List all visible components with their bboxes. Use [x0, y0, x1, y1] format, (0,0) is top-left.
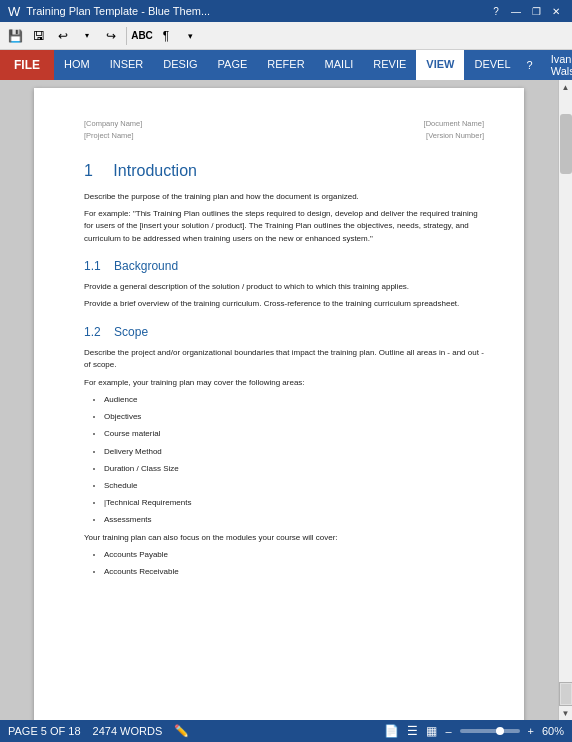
scope-bullets: Audience Objectives Course material Deli…	[104, 394, 484, 526]
section1-1-para1: Provide a general description of the sol…	[84, 281, 484, 293]
vertical-scrollbar[interactable]: ▲ ▼	[558, 80, 572, 720]
zoom-level: 60%	[542, 725, 564, 737]
modules-bullets: Accounts Payable Accounts Receivable	[104, 549, 484, 577]
ribbon-help-icon[interactable]: ?	[521, 59, 539, 71]
page-count: PAGE 5 OF 18	[8, 725, 81, 737]
bullet-course: Course material	[104, 428, 484, 439]
section1-2-para2: For example, your training plan may cove…	[84, 377, 484, 389]
file-tab[interactable]: FILE	[0, 50, 54, 80]
title-text: Training Plan Template - Blue Them...	[26, 5, 210, 17]
bullet-delivery: Delivery Method	[104, 446, 484, 457]
bullet-accounts-payable: Accounts Payable	[104, 549, 484, 560]
section1-1-heading: 1.1 Background	[84, 257, 484, 275]
title-bar: W Training Plan Template - Blue Them... …	[0, 0, 572, 22]
bullet-objectives: Objectives	[104, 411, 484, 422]
bullet-accounts-receivable: Accounts Receivable	[104, 566, 484, 577]
section1-1-para2: Provide a brief overview of the training…	[84, 298, 484, 310]
document-name: [Document Name]	[424, 118, 484, 129]
status-bar: PAGE 5 OF 18 2474 WORDS ✏️ 📄 ☰ ▦ – + 60%	[0, 720, 572, 742]
customize-icon[interactable]: ▾	[179, 25, 201, 47]
page-header-left: [Company Name] [Project Name]	[84, 118, 142, 143]
tab-home[interactable]: HOM	[54, 50, 100, 80]
save-icon[interactable]: 💾	[4, 25, 26, 47]
section1-2-number: 1.2	[84, 325, 101, 339]
toolbar-separator	[126, 27, 127, 45]
section1-title: Introduction	[113, 162, 197, 179]
zoom-in-icon[interactable]: +	[528, 725, 534, 737]
tab-page[interactable]: PAGE	[208, 50, 258, 80]
close-button[interactable]: ✕	[548, 4, 564, 18]
undo-dropdown-icon[interactable]: ▾	[76, 25, 98, 47]
bullet-technical: |Technical Requirements	[104, 497, 484, 508]
web-view-icon[interactable]: ▦	[426, 724, 437, 738]
section1-2-heading: 1.2 Scope	[84, 323, 484, 341]
user-name: Ivan Walsh	[551, 53, 572, 77]
document-area: [Company Name] [Project Name] [Document …	[0, 80, 558, 720]
tab-insert[interactable]: INSER	[100, 50, 154, 80]
section1-1-title: Background	[114, 259, 178, 273]
ribbon: FILE HOM INSER DESIG PAGE REFER MAILI RE…	[0, 50, 572, 80]
tab-review[interactable]: REVIE	[363, 50, 416, 80]
scroll-handle[interactable]	[559, 682, 573, 706]
word-icon: W	[8, 4, 20, 19]
page-header-right: [Document Name] [Version Number]	[424, 118, 484, 143]
scroll-up-arrow[interactable]: ▲	[559, 80, 573, 94]
bullet-schedule: Schedule	[104, 480, 484, 491]
word-count: 2474 WORDS	[93, 725, 163, 737]
zoom-slider[interactable]	[460, 729, 520, 733]
open-icon[interactable]: 🖫	[28, 25, 50, 47]
version-number: [Version Number]	[424, 130, 484, 141]
document-page: [Company Name] [Project Name] [Document …	[34, 88, 524, 720]
project-name: [Project Name]	[84, 130, 142, 141]
section1-number: 1	[84, 162, 93, 179]
section1-2-title: Scope	[114, 325, 148, 339]
section1-intro: Describe the purpose of the training pla…	[84, 191, 484, 203]
minimize-button[interactable]: —	[508, 4, 524, 18]
help-button[interactable]: ?	[488, 4, 504, 18]
section1-2-para3: Your training plan can also focus on the…	[84, 532, 484, 544]
tab-developer[interactable]: DEVEL	[464, 50, 520, 80]
undo-icon[interactable]: ↩	[52, 25, 74, 47]
spelling-icon[interactable]: ABC	[131, 25, 153, 47]
section1-example: For example: "This Training Plan outline…	[84, 208, 484, 245]
ribbon-user[interactable]: Ivan Walsh ▾	[543, 53, 572, 77]
tab-references[interactable]: REFER	[257, 50, 314, 80]
company-name: [Company Name]	[84, 118, 142, 129]
ribbon-right: ? Ivan Walsh ▾ K	[521, 50, 572, 80]
bullet-duration: Duration / Class Size	[104, 463, 484, 474]
section1-1-number: 1.1	[84, 259, 101, 273]
section1-2-para1: Describe the project and/or organization…	[84, 347, 484, 372]
tab-design[interactable]: DESIG	[153, 50, 207, 80]
scroll-down-arrow[interactable]: ▼	[559, 706, 573, 720]
window-controls[interactable]: ? — ❐ ✕	[488, 4, 564, 18]
tab-mailings[interactable]: MAILI	[315, 50, 364, 80]
main-area: [Company Name] [Project Name] [Document …	[0, 80, 572, 720]
status-bar-right: 📄 ☰ ▦ – + 60%	[384, 724, 564, 738]
print-layout-icon[interactable]: ☰	[407, 724, 418, 738]
pilcrow-icon[interactable]: ¶	[155, 25, 177, 47]
zoom-out-icon[interactable]: –	[445, 725, 451, 737]
scroll-thumb[interactable]	[560, 114, 572, 174]
zoom-slider-thumb[interactable]	[496, 727, 504, 735]
read-mode-icon[interactable]: 📄	[384, 724, 399, 738]
bullet-assessments: Assessments	[104, 514, 484, 525]
edit-mode-icon: ✏️	[174, 724, 189, 738]
section1-heading: 1 Introduction	[84, 159, 484, 183]
quick-access-toolbar: 💾 🖫 ↩ ▾ ↪ ABC ¶ ▾	[0, 22, 572, 50]
bullet-audience: Audience	[104, 394, 484, 405]
redo-icon[interactable]: ↪	[100, 25, 122, 47]
maximize-button[interactable]: ❐	[528, 4, 544, 18]
title-bar-left: W Training Plan Template - Blue Them...	[8, 4, 210, 19]
page-header: [Company Name] [Project Name] [Document …	[84, 118, 484, 143]
tab-view[interactable]: VIEW	[416, 50, 464, 80]
